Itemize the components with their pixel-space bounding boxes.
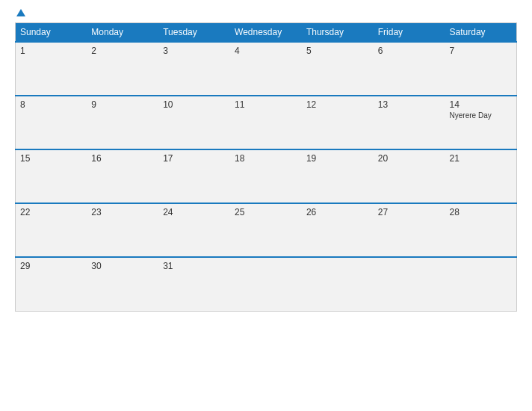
calendar-day-cell: 21 — [445, 149, 517, 203]
calendar-table: SundayMondayTuesdayWednesdayThursdayFrid… — [15, 22, 517, 312]
day-number: 22 — [20, 207, 82, 217]
calendar-day-cell: 6 — [374, 42, 445, 96]
calendar-day-cell: 8 — [16, 96, 87, 149]
day-number: 23 — [91, 207, 154, 217]
calendar-day-cell: 31 — [158, 257, 230, 311]
calendar-day-cell: 13 — [374, 96, 445, 149]
calendar-day-cell: 9 — [87, 96, 158, 149]
day-number: 7 — [450, 46, 512, 56]
day-number: 18 — [235, 153, 297, 164]
day-number: 13 — [378, 99, 441, 110]
day-number: 16 — [91, 153, 154, 164]
days-header-row: SundayMondayTuesdayWednesdayThursdayFrid… — [16, 23, 517, 43]
page-header — [15, 7, 517, 18]
calendar-day-cell: 29 — [16, 257, 87, 311]
calendar-day-cell: 25 — [230, 203, 302, 257]
day-number: 9 — [91, 99, 154, 110]
day-number: 29 — [20, 261, 82, 271]
day-number: 31 — [163, 261, 226, 271]
day-number: 27 — [378, 207, 441, 217]
day-of-week-header: Wednesday — [230, 23, 302, 43]
calendar-day-cell: 27 — [374, 203, 445, 257]
calendar-day-cell: 4 — [230, 42, 302, 96]
day-number: 11 — [235, 99, 297, 110]
calendar-day-cell — [445, 257, 517, 311]
logo-triangle-icon — [16, 9, 25, 16]
day-of-week-header: Friday — [374, 23, 445, 43]
day-number: 5 — [306, 46, 369, 56]
calendar-day-cell: 12 — [302, 96, 374, 149]
calendar-day-cell: 24 — [158, 203, 230, 257]
calendar-day-cell — [230, 257, 302, 311]
calendar-day-cell: 3 — [158, 42, 230, 96]
calendar-week-row: 1234567 — [16, 42, 517, 96]
day-of-week-header: Sunday — [16, 23, 87, 43]
calendar-day-cell: 23 — [87, 203, 158, 257]
day-number: 4 — [235, 46, 297, 56]
calendar-day-cell — [374, 257, 445, 311]
calendar-day-cell: 15 — [16, 149, 87, 203]
calendar-day-cell: 2 — [87, 42, 158, 96]
calendar-day-cell: 30 — [87, 257, 158, 311]
calendar-day-cell: 17 — [158, 149, 230, 203]
calendar-day-cell: 14Nyerere Day — [445, 96, 517, 149]
calendar-week-row: 891011121314Nyerere Day — [16, 96, 517, 149]
logo — [15, 7, 25, 18]
day-number: 28 — [450, 207, 512, 217]
day-number: 21 — [450, 153, 512, 164]
day-number: 25 — [235, 207, 297, 217]
day-number: 26 — [306, 207, 369, 217]
day-number: 8 — [20, 99, 82, 110]
calendar-day-cell: 7 — [445, 42, 517, 96]
day-of-week-header: Tuesday — [158, 23, 230, 43]
calendar-day-cell: 28 — [445, 203, 517, 257]
day-of-week-header: Saturday — [445, 23, 517, 43]
calendar-day-cell: 5 — [302, 42, 374, 96]
day-number: 12 — [306, 99, 369, 110]
calendar-day-cell: 19 — [302, 149, 374, 203]
calendar-day-cell: 11 — [230, 96, 302, 149]
calendar-day-cell: 16 — [87, 149, 158, 203]
day-of-week-header: Thursday — [302, 23, 374, 43]
day-number: 3 — [163, 46, 226, 56]
calendar-day-cell: 1 — [16, 42, 87, 96]
day-number: 14 — [450, 99, 512, 110]
day-number: 15 — [20, 153, 82, 164]
day-number: 17 — [163, 153, 226, 164]
day-number: 19 — [306, 153, 369, 164]
calendar-day-cell: 26 — [302, 203, 374, 257]
day-number: 2 — [91, 46, 154, 56]
calendar-day-cell: 18 — [230, 149, 302, 203]
day-number: 30 — [91, 261, 154, 271]
holiday-label: Nyerere Day — [450, 111, 512, 120]
calendar-day-cell — [302, 257, 374, 311]
day-number: 10 — [163, 99, 226, 110]
calendar-day-cell: 22 — [16, 203, 87, 257]
calendar-week-row: 293031 — [16, 257, 517, 311]
day-number: 1 — [20, 46, 82, 56]
day-number: 6 — [378, 46, 441, 56]
calendar-day-cell: 10 — [158, 96, 230, 149]
calendar-week-row: 22232425262728 — [16, 203, 517, 257]
day-number: 24 — [163, 207, 226, 217]
day-of-week-header: Monday — [87, 23, 158, 43]
day-number: 20 — [378, 153, 441, 164]
calendar-week-row: 15161718192021 — [16, 149, 517, 203]
logo-general-text — [15, 7, 25, 18]
calendar-day-cell: 20 — [374, 149, 445, 203]
